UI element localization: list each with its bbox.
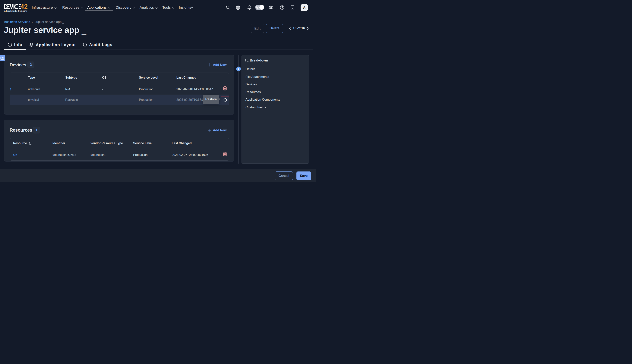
svg-text:A Freshworks Company: A Freshworks Company bbox=[4, 10, 27, 12]
